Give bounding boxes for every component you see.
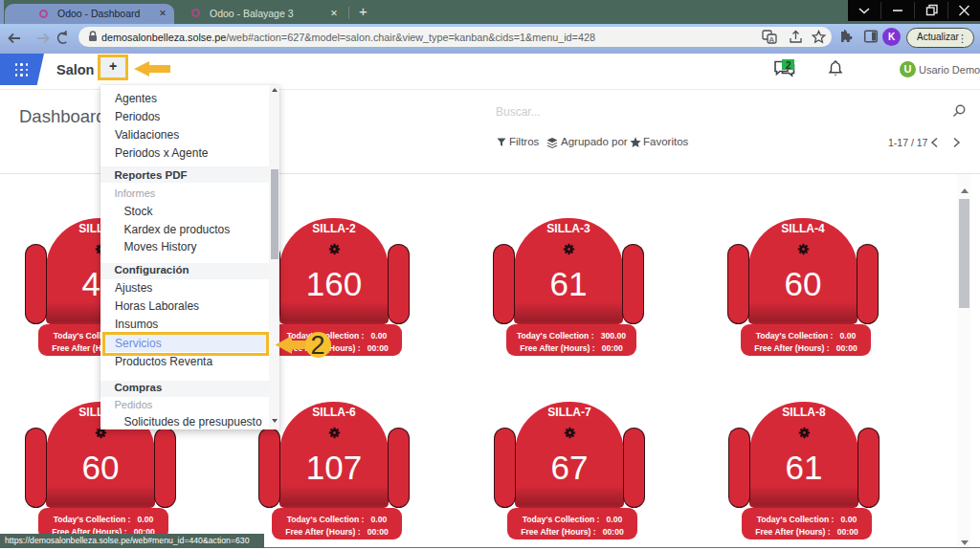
svg-text:2: 2: [786, 60, 791, 71]
svg-text:A: A: [769, 35, 775, 44]
